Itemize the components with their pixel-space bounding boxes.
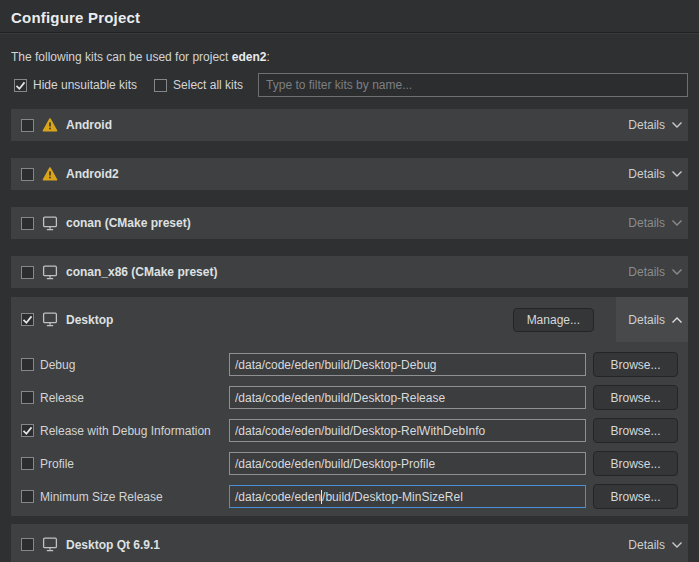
- details-label: Details: [628, 167, 665, 181]
- build-config-row: Release Browse...: [21, 385, 678, 410]
- monitor-icon: [42, 537, 58, 552]
- build-config-row: Profile Browse...: [21, 451, 678, 476]
- kit-filter-input[interactable]: [258, 73, 688, 97]
- details-button[interactable]: Details: [616, 109, 688, 141]
- details-button[interactable]: Details: [616, 158, 688, 190]
- kit-checkbox[interactable]: [21, 119, 34, 132]
- build-config-checkbox[interactable]: [21, 457, 34, 470]
- select-all-checkbox[interactable]: [154, 79, 167, 92]
- build-config-checkbox[interactable]: [21, 424, 34, 437]
- build-dir-input[interactable]: [229, 353, 586, 376]
- kit-name: Android: [66, 118, 112, 132]
- details-button: Details: [616, 207, 688, 239]
- kit-row-conan-x86[interactable]: conan_x86 (CMake preset) Details: [11, 256, 688, 288]
- manage-kits-button[interactable]: Manage...: [513, 308, 594, 332]
- chevron-down-icon: [671, 268, 683, 276]
- checkmark-icon: [22, 314, 33, 325]
- build-config-checkbox[interactable]: [21, 358, 34, 371]
- kit-checkbox[interactable]: [21, 168, 34, 181]
- build-dir-input[interactable]: /data/code/eden/build/Desktop-MinSizeRel: [229, 485, 586, 508]
- browse-button[interactable]: Browse...: [593, 418, 678, 443]
- page-title: Configure Project: [0, 0, 699, 32]
- kit-name: conan_x86 (CMake preset): [66, 265, 217, 279]
- kit-name: Desktop: [66, 313, 113, 327]
- checkmark-icon: [15, 80, 26, 91]
- intro-text: The following kits can be used for proje…: [11, 50, 688, 64]
- build-config-label: Debug: [40, 358, 229, 372]
- chevron-down-icon: [671, 541, 683, 549]
- kit-row-conan[interactable]: conan (CMake preset) Details: [11, 207, 688, 239]
- kit-checkbox[interactable]: [21, 266, 34, 279]
- warning-icon: [42, 167, 58, 181]
- browse-button[interactable]: Browse...: [593, 451, 678, 476]
- chevron-up-icon: [671, 316, 683, 324]
- details-label: Details: [628, 313, 665, 327]
- select-all-label[interactable]: Select all kits: [173, 78, 243, 92]
- monitor-icon: [42, 312, 58, 327]
- title-divider: [0, 32, 699, 34]
- path-text-after-caret: /build/Desktop-MinSizeRel: [322, 490, 463, 504]
- kit-checkbox[interactable]: [21, 313, 34, 326]
- hide-unsuitable-checkbox[interactable]: [14, 79, 27, 92]
- hide-unsuitable-label[interactable]: Hide unsuitable kits: [33, 78, 137, 92]
- monitor-icon: [42, 265, 58, 280]
- kit-row-desktop-qt[interactable]: Desktop Qt 6.9.1 Details: [11, 524, 688, 562]
- browse-button[interactable]: Browse...: [593, 385, 678, 410]
- build-config-label: Release: [40, 391, 229, 405]
- build-config-row: Debug Browse...: [21, 352, 678, 377]
- project-name: eden2: [232, 50, 267, 64]
- chevron-down-icon: [671, 170, 683, 178]
- kit-checkbox[interactable]: [21, 538, 34, 551]
- checkmark-icon: [22, 425, 33, 436]
- kit-row-android2[interactable]: Android2 Details: [11, 158, 688, 190]
- build-config-row: Minimum Size Release /data/code/eden/bui…: [21, 484, 678, 509]
- build-dir-input[interactable]: [229, 386, 586, 409]
- path-text-before-caret: /data/code/eden: [235, 490, 321, 504]
- build-config-row: Release with Debug Information Browse...: [21, 418, 678, 443]
- details-label: Details: [628, 538, 665, 552]
- build-config-label: Release with Debug Information: [40, 424, 229, 438]
- intro-suffix: :: [266, 50, 269, 64]
- monitor-icon: [42, 216, 58, 231]
- details-label: Details: [628, 118, 665, 132]
- details-label: Details: [628, 216, 665, 230]
- kit-row-desktop: Desktop Manage... Details Debug Browse..…: [11, 297, 688, 516]
- build-dir-input[interactable]: [229, 452, 586, 475]
- kit-row-android[interactable]: Android Details: [11, 109, 688, 141]
- kit-name: Android2: [66, 167, 119, 181]
- desktop-kit-header[interactable]: Desktop Manage... Details: [11, 297, 688, 342]
- filter-bar: Hide unsuitable kits Select all kits: [14, 73, 688, 97]
- warning-icon: [42, 118, 58, 132]
- browse-button[interactable]: Browse...: [593, 484, 678, 509]
- build-config-label: Minimum Size Release: [40, 490, 229, 504]
- details-label: Details: [628, 265, 665, 279]
- build-dir-input[interactable]: [229, 419, 586, 442]
- build-config-checkbox[interactable]: [21, 391, 34, 404]
- details-button[interactable]: Details: [616, 297, 688, 342]
- kit-name: conan (CMake preset): [66, 216, 191, 230]
- kit-checkbox[interactable]: [21, 217, 34, 230]
- chevron-down-icon: [671, 219, 683, 227]
- details-button: Details: [616, 256, 688, 288]
- details-button[interactable]: Details: [616, 524, 688, 562]
- browse-button[interactable]: Browse...: [593, 352, 678, 377]
- kit-name: Desktop Qt 6.9.1: [66, 538, 160, 552]
- intro-prefix: The following kits can be used for proje…: [11, 50, 232, 64]
- build-config-label: Profile: [40, 457, 229, 471]
- build-config-checkbox[interactable]: [21, 490, 34, 503]
- chevron-down-icon: [671, 121, 683, 129]
